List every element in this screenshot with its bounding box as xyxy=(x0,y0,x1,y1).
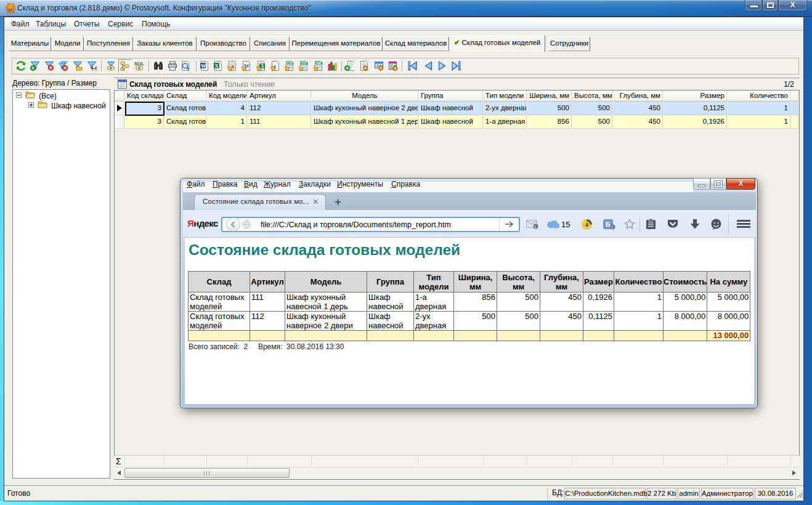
svg-text:XML: XML xyxy=(316,62,322,65)
svg-text:CSV: CSV xyxy=(287,62,293,65)
svg-text:Б: Б xyxy=(606,220,611,228)
svg-text:0: 0 xyxy=(611,225,613,229)
svg-text:W: W xyxy=(201,63,206,69)
svg-text:0: 0 xyxy=(534,225,536,228)
svg-text:4: 4 xyxy=(585,221,589,228)
svg-text:X: X xyxy=(214,63,219,69)
svg-text:TXT: TXT xyxy=(302,62,307,65)
